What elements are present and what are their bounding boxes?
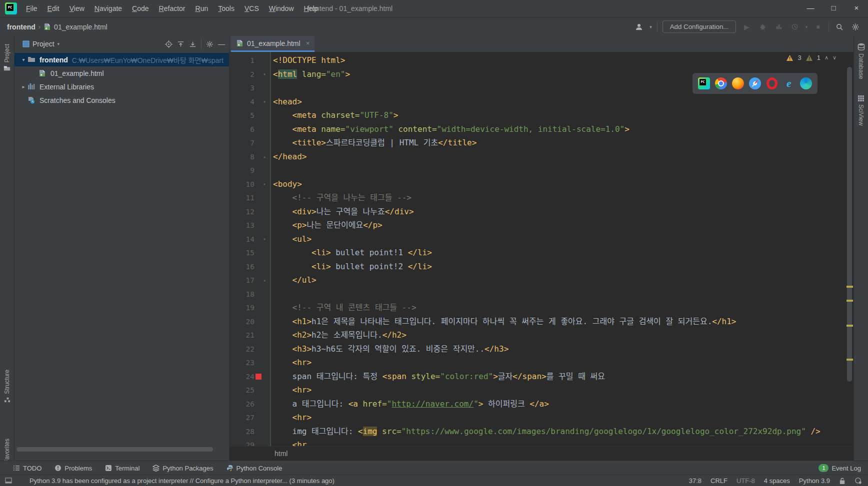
code-text: <p>나는 문단이에요</p> [273,218,382,232]
locate-file-icon[interactable] [165,40,172,48]
line-number: 15 [230,246,254,260]
hide-panel-icon[interactable]: — [218,40,225,48]
breadcrumb-html-tag[interactable]: html [274,450,288,458]
add-configuration-button[interactable]: Add Configuration... [662,20,736,33]
edge-browser-icon[interactable] [800,77,812,89]
menu-item-help[interactable]: Help [299,0,324,17]
warning-stripe-mark[interactable] [846,325,853,327]
tab-01-example-html[interactable]: H 01_example.html × [231,36,314,50]
opera-browser-icon[interactable] [766,77,778,89]
toolwindow-button-terminal[interactable]: Terminal [105,465,140,472]
breadcrumb-project[interactable]: frontend [7,23,36,31]
inspection-profile-icon[interactable] [854,477,862,485]
unlock-icon[interactable] [839,478,846,485]
indent-setting[interactable]: 4 spaces [764,477,790,485]
inspections-widget[interactable]: 3 1 ∧ ∨ [786,54,836,61]
toolwindow-button-python-console[interactable]: Python Console [226,465,282,472]
code-line: 22 <h3>h3~h6도 각자의 역할이 있죠. 비중은 작지만..</h3> [230,342,854,356]
stripe-button-structure[interactable]: Structure [0,370,14,403]
fold-marker-icon[interactable]: ▾ [260,177,268,191]
breadcrumb-file[interactable]: 01_example.html [54,23,108,31]
code-text: <li> bullet point!1 </li> [273,246,432,260]
prev-problem-icon[interactable]: ∧ [824,54,828,61]
file-encoding[interactable]: UTF-8 [736,477,755,485]
code-line: 23 <hr> [230,356,854,370]
run-icon: ▶ [741,21,752,32]
code-editor[interactable]: 1<!DOCTYPE html>2▾<html lang="en">34▾<he… [230,52,854,446]
tab-close-icon[interactable]: × [306,39,310,47]
fold-marker-icon[interactable]: ▴ [260,150,268,164]
html-file-icon: H [44,23,51,30]
warning-stripe-mark[interactable] [846,300,853,302]
fold-marker-icon[interactable]: ▾ [260,232,268,246]
menu-item-code[interactable]: Code [127,0,154,17]
warning-count: 3 [798,54,801,61]
tree-row-external-libraries[interactable]: ▸External Libraries [14,80,229,93]
warning-stripe-mark[interactable] [846,286,853,288]
line-ending[interactable]: CRLF [710,477,728,485]
search-everywhere-icon[interactable] [834,21,845,32]
html-file-icon: H [236,39,244,47]
firefox-browser-icon[interactable] [732,77,744,89]
code-text: <head> [273,95,302,109]
menu-item-file[interactable]: File [21,0,42,17]
menu-item-edit[interactable]: Edit [42,0,64,17]
stripe-button-sciview[interactable]: SciView [854,95,868,125]
menu-item-view[interactable]: View [64,0,90,17]
debug-icon [757,21,768,32]
user-icon[interactable] [634,21,644,32]
fold-marker-icon[interactable]: ▴ [260,273,268,287]
editor-scrollbar[interactable] [847,67,852,382]
chrome-browser-icon[interactable] [715,77,727,89]
interpreter[interactable]: Python 3.9 [799,477,830,485]
stripe-button-project[interactable]: Project [0,44,14,71]
right-tool-strip: DatabaseSciView [854,36,868,461]
warning-stripe-mark[interactable] [846,359,853,361]
safari-browser-icon[interactable] [749,77,761,89]
collapse-all-icon[interactable] [189,40,196,48]
menu-item-window[interactable]: Window [264,0,299,17]
toolwindow-toggle-icon[interactable] [5,478,12,484]
event-log-button[interactable]: 1 Event Log [818,464,861,472]
pycharm-window: PC frontend - 01_example.html FileEditVi… [0,0,868,486]
ie-browser-icon[interactable]: e [783,77,795,89]
panel-settings-gear-icon[interactable] [206,40,214,48]
menu-item-run[interactable]: Run [190,0,214,17]
close-button[interactable]: × [845,0,868,17]
grid-icon [858,95,864,102]
tree-row-01-example-html[interactable]: H01_example.html [14,66,229,80]
user-dropdown-icon[interactable]: ▾ [650,24,652,29]
stripe-button-database[interactable]: Database [854,43,868,79]
breakpoint-icon[interactable] [256,374,262,380]
line-number: 17 [230,273,254,287]
stripe-label: Favorites [4,439,10,463]
line-number: 18 [230,287,254,301]
toolwindow-button-todo[interactable]: TODO [13,465,42,472]
toolwindow-button-problems[interactable]: Problems [54,465,92,472]
project-horizontal-scrollbar[interactable] [16,447,213,452]
settings-gear-icon[interactable] [850,21,861,32]
toolwindow-button-python-packages[interactable]: Python Packages [152,465,213,472]
code-line: 15 <li> bullet point!1 </li> [230,246,854,260]
menu-item-refactor[interactable]: Refactor [154,0,190,17]
tree-row-scratches-and-consoles[interactable]: Scratches and Consoles [14,93,229,107]
caret-position[interactable]: 37:8 [689,477,702,485]
fold-marker-icon[interactable]: ▾ [260,67,268,81]
project-dropdown-icon[interactable]: ▾ [58,41,60,46]
pypkg-icon [152,465,160,472]
menu-item-navigate[interactable]: Navigate [90,0,127,17]
maximize-button[interactable]: □ [822,0,845,17]
warning-icon [786,54,794,61]
status-message[interactable]: Python 3.9 has been configured as a proj… [30,477,334,485]
minimize-button[interactable]: — [799,0,822,17]
tree-row-frontend[interactable]: ▾frontendC:₩Users₩EunYo₩OneDrive₩바탕 화면₩s… [14,53,229,66]
project-panel-title[interactable]: Project [32,40,54,48]
next-problem-icon[interactable]: ∨ [832,54,836,61]
stripe-label: Structure [4,370,10,394]
svg-text:H: H [40,73,42,76]
menu-item-vcs[interactable]: VCS [240,0,264,17]
expand-all-icon[interactable] [177,40,184,48]
fold-marker-icon[interactable]: ▾ [260,95,268,109]
pycharm-browser-icon[interactable]: PC [698,77,710,89]
menu-item-tools[interactable]: Tools [213,0,240,17]
